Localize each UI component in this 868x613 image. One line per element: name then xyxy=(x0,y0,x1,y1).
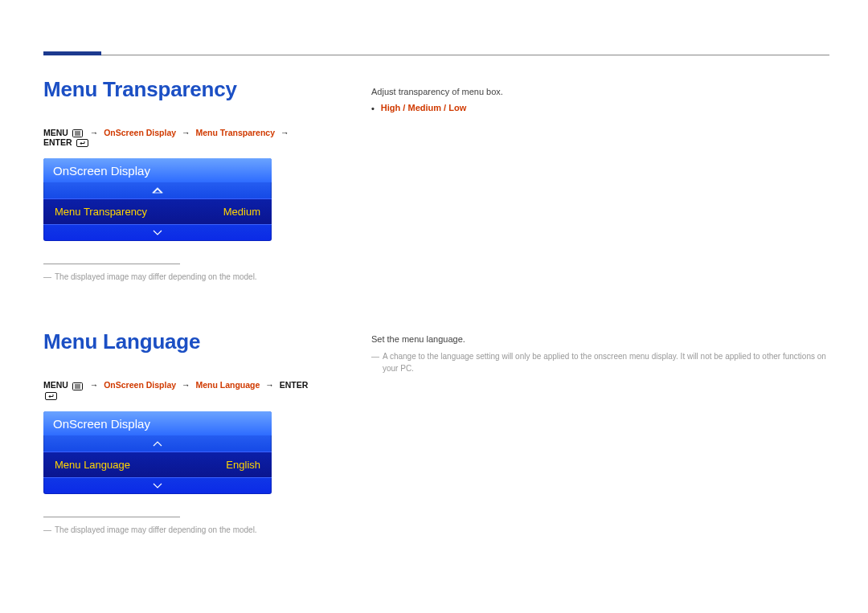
bc-menu: MENU xyxy=(43,380,68,390)
page-container: Menu Transparency MENU → OnScreen Displa… xyxy=(0,0,868,568)
bc-menu: MENU xyxy=(43,128,68,137)
footnote-text: The displayed image may differ depending… xyxy=(55,525,257,534)
section-menu-language: Menu Language MENU → OnScreen Display → … xyxy=(43,329,829,535)
section1-footnote: ―The displayed image may differ dependin… xyxy=(43,271,317,283)
bc-arrow: → xyxy=(178,128,194,137)
osd-header: OnScreen Display xyxy=(43,411,272,435)
osd-item-label: Menu Language xyxy=(55,459,130,471)
page-top-accent xyxy=(43,51,101,55)
footnote-text: The displayed image may differ depending… xyxy=(55,272,257,281)
bc-arrow: → xyxy=(262,380,277,390)
bc-p1: OnScreen Display xyxy=(104,128,176,137)
osd-header: OnScreen Display xyxy=(43,158,272,182)
osd-up-arrow[interactable] xyxy=(43,182,272,198)
bc-p2: Menu Transparency xyxy=(195,128,275,137)
menu-icon xyxy=(72,129,83,137)
section1-left: Menu Transparency MENU → OnScreen Displa… xyxy=(43,77,317,283)
bc-arrow: → xyxy=(277,128,293,137)
menu-icon xyxy=(72,382,83,390)
section1-breadcrumb: MENU → OnScreen Display → Menu Transpare… xyxy=(43,128,317,147)
bc-p1: OnScreen Display xyxy=(104,380,176,390)
page-top-rule xyxy=(43,55,829,55)
bc-enter: ENTER xyxy=(280,380,309,390)
section-menu-transparency: Menu Transparency MENU → OnScreen Displa… xyxy=(43,77,829,283)
enter-icon xyxy=(45,392,57,400)
bullet-dot: • xyxy=(371,103,375,114)
section1-title: Menu Transparency xyxy=(43,77,317,102)
section1-right: Adjust transparency of menu box. • High … xyxy=(371,77,829,283)
section2-breadcrumb: MENU → OnScreen Display → Menu Language … xyxy=(43,380,317,399)
section2-footnote: ―The displayed image may differ dependin… xyxy=(43,524,317,536)
enter-icon xyxy=(76,139,88,147)
section2-title: Menu Language xyxy=(43,329,317,354)
footnote-dash: ― xyxy=(43,272,51,281)
footnote-dash: ― xyxy=(43,525,51,534)
osd-item-value: English xyxy=(226,459,260,471)
footnote-rule xyxy=(43,264,180,264)
bc-arrow: → xyxy=(87,128,102,137)
section2-right: Set the menu language. ― A change to the… xyxy=(371,329,829,535)
bc-enter: ENTER xyxy=(43,137,72,147)
osd-item-value: Medium xyxy=(223,206,260,218)
footnote-rule xyxy=(43,517,180,517)
note-dash: ― xyxy=(371,350,379,374)
osd-selected-item[interactable]: Menu Transparency Medium xyxy=(43,198,272,225)
section1-desc: Adjust transparency of menu box. xyxy=(371,87,829,96)
section2-note: ― A change to the language setting will … xyxy=(371,350,829,374)
osd-up-arrow[interactable] xyxy=(43,435,272,452)
osd-down-arrow[interactable] xyxy=(43,225,272,241)
section1-options-row: • High / Medium / Low xyxy=(371,103,829,114)
bc-arrow: → xyxy=(87,380,102,390)
bc-arrow: → xyxy=(178,380,194,390)
osd-panel-transparency: OnScreen Display Menu Transparency Mediu… xyxy=(43,158,272,241)
section-spacer xyxy=(43,283,829,329)
osd-item-label: Menu Transparency xyxy=(55,206,147,218)
osd-selected-item[interactable]: Menu Language English xyxy=(43,452,272,478)
note-text: A change to the language setting will on… xyxy=(383,350,829,374)
osd-down-arrow[interactable] xyxy=(43,478,272,494)
section2-left: Menu Language MENU → OnScreen Display → … xyxy=(43,329,317,535)
bc-p2: Menu Language xyxy=(195,380,260,390)
osd-panel-language: OnScreen Display Menu Language English xyxy=(43,411,272,494)
section1-options: High / Medium / Low xyxy=(381,103,466,112)
section2-desc: Set the menu language. xyxy=(371,334,829,344)
